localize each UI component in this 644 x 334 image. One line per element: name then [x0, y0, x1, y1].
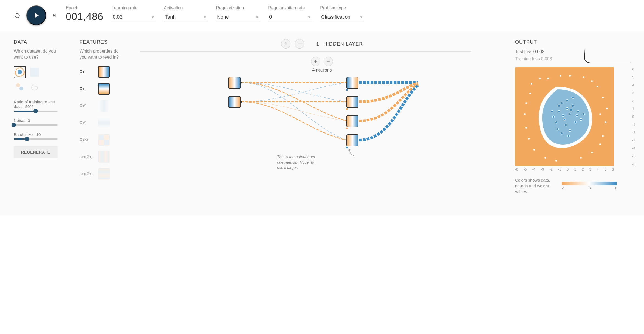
feature-4[interactable]: X₁X₂	[80, 134, 129, 146]
feature-label: X₂	[80, 86, 95, 91]
feature-label: sin(X₂)	[80, 171, 95, 176]
feature-thumb	[98, 66, 110, 78]
svg-point-58	[606, 107, 608, 110]
dataset-xor[interactable]	[14, 81, 26, 93]
svg-point-37	[576, 114, 578, 117]
remove-layer-button[interactable]: −	[295, 39, 304, 49]
chevron-down-icon: ▼	[151, 15, 154, 19]
feature-5[interactable]: sin(X₁)	[80, 151, 129, 163]
svg-point-64	[529, 92, 531, 95]
feature-label: sin(X₁)	[80, 154, 95, 159]
chevron-down-icon: ▼	[307, 15, 311, 19]
svg-point-59	[602, 135, 604, 137]
dataset-circle[interactable]	[14, 66, 26, 78]
svg-point-55	[539, 77, 541, 80]
output-heatmap[interactable]	[515, 67, 614, 166]
minus-icon: −	[298, 40, 301, 47]
feature-3[interactable]: X₂²	[80, 117, 129, 129]
svg-point-54	[525, 102, 527, 104]
step-button[interactable]	[52, 12, 58, 18]
noise-label: Noise: 0	[14, 118, 69, 123]
problem-type-label: Problem type	[320, 5, 364, 10]
dataset-circle-icon	[14, 67, 25, 78]
reg-rate-label: Regularization rate	[268, 5, 312, 10]
ratio-slider[interactable]	[14, 111, 58, 112]
x-axis-ticks: -6-5-4-3-2-10123456	[515, 168, 614, 171]
svg-point-30	[552, 116, 555, 118]
batch-slider[interactable]	[14, 138, 58, 140]
svg-point-1	[18, 70, 22, 74]
dataset-gauss-icon	[29, 67, 40, 78]
feature-2[interactable]: X₁²	[80, 100, 129, 112]
feature-6[interactable]: sin(X₂)	[80, 168, 129, 180]
play-button[interactable]	[26, 5, 46, 25]
svg-point-42	[567, 135, 570, 137]
svg-point-22	[558, 110, 560, 112]
svg-point-39	[557, 128, 559, 130]
feature-0[interactable]: X₁	[80, 66, 129, 78]
reset-button[interactable]	[14, 12, 21, 19]
features-subtitle: Which properties do you want to feed in?	[80, 48, 126, 61]
feature-label: X₁X₂	[80, 137, 95, 142]
add-layer-button[interactable]: +	[281, 39, 290, 49]
batch-label: Batch size: 10	[14, 132, 69, 137]
feature-thumb	[98, 83, 110, 95]
dataset-spiral-icon	[29, 81, 40, 92]
svg-rect-5	[229, 77, 240, 89]
noise-slider[interactable]	[14, 124, 58, 126]
svg-point-25	[563, 118, 566, 121]
regenerate-button[interactable]: REGENERATE	[14, 146, 58, 158]
hidden-neuron-4[interactable]	[346, 135, 358, 148]
svg-point-32	[566, 107, 568, 110]
chevron-down-icon: ▼	[255, 15, 259, 19]
hidden-neuron-2[interactable]	[346, 96, 358, 110]
svg-point-43	[530, 83, 533, 85]
add-neuron-button[interactable]: +	[311, 57, 320, 66]
regularization-select[interactable]: None ▼	[216, 13, 260, 22]
legend-text: Colors shows data, neuron and weight val…	[515, 177, 556, 194]
skip-next-icon	[52, 12, 58, 18]
loss-chart	[584, 48, 630, 65]
data-subtitle: Which dataset do you want to use?	[14, 48, 60, 61]
feature-label: X₂²	[80, 120, 95, 125]
epoch-value: 001,486	[66, 11, 103, 22]
svg-rect-2	[30, 68, 39, 77]
activation-select[interactable]: Tanh ▼	[164, 13, 208, 22]
svg-point-56	[583, 76, 585, 78]
svg-point-46	[591, 80, 593, 82]
svg-point-50	[580, 157, 582, 159]
neurons-label: 4 neurons	[140, 68, 504, 73]
dataset-gauss[interactable]	[29, 66, 41, 78]
input-node-x1[interactable]	[229, 77, 242, 89]
input-node-x2[interactable]	[229, 96, 242, 108]
plus-icon: +	[314, 58, 318, 65]
hidden-layer-count: 1	[316, 41, 319, 47]
feature-label: X₁	[80, 69, 95, 74]
learning-rate-label: Learning rate	[112, 5, 156, 10]
problem-type-select[interactable]: Classification ▼	[320, 13, 364, 22]
loss-text: Test loss 0.003 Training loss 0.003	[515, 48, 552, 62]
features-title: FEATURES	[80, 39, 129, 45]
svg-point-51	[555, 160, 557, 162]
remove-neuron-button[interactable]: −	[324, 57, 333, 66]
hidden-neuron-3[interactable]	[346, 115, 358, 129]
reg-rate-select[interactable]: 0 ▼	[268, 13, 312, 22]
dataset-spiral[interactable]	[29, 81, 41, 93]
svg-point-29	[561, 132, 563, 134]
layer-rule	[140, 51, 471, 52]
svg-rect-10	[346, 89, 348, 91]
svg-point-53	[525, 127, 527, 129]
svg-point-40	[551, 110, 553, 112]
hidden-neuron-1[interactable]	[346, 77, 358, 91]
feature-thumb	[98, 117, 110, 129]
svg-point-23	[569, 113, 571, 115]
svg-point-45	[569, 75, 571, 77]
feature-thumb	[98, 100, 110, 112]
svg-point-65	[559, 75, 561, 77]
svg-point-57	[596, 86, 598, 88]
feature-1[interactable]: X₂	[80, 83, 129, 95]
svg-point-35	[562, 114, 564, 117]
svg-point-3	[16, 83, 20, 87]
feature-thumb	[98, 151, 110, 163]
learning-rate-select[interactable]: 0.03 ▼	[112, 13, 156, 22]
